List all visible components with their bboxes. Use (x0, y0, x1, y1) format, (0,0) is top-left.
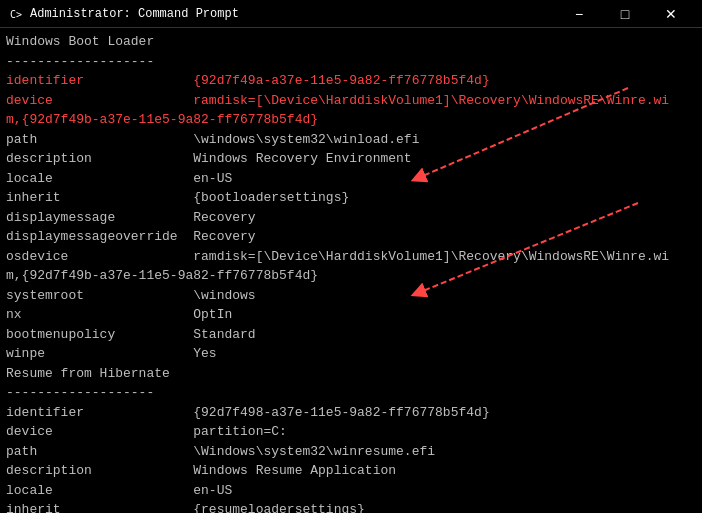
terminal-line: Resume from Hibernate (6, 364, 696, 384)
terminal-line: m,{92d7f49b-a37e-11e5-9a82-ff76778b5f4d} (6, 266, 696, 286)
terminal-line: identifier {92d7f498-a37e-11e5-9a82-ff76… (6, 403, 696, 423)
terminal-line: device partition=C: (6, 422, 696, 442)
terminal-lines: Windows Boot Loader-------------------id… (6, 32, 696, 513)
close-button[interactable]: ✕ (648, 0, 694, 28)
terminal-content: Windows Boot Loader-------------------id… (0, 28, 702, 513)
terminal-line: ------------------- (6, 383, 696, 403)
terminal-line: m,{92d7f49b-a37e-11e5-9a82-ff76778b5f4d} (6, 110, 696, 130)
terminal-line: ------------------- (6, 52, 696, 72)
terminal-line: Windows Boot Loader (6, 32, 696, 52)
terminal-line: description Windows Recovery Environment (6, 149, 696, 169)
terminal-line: locale en-US (6, 481, 696, 501)
terminal-line: displaymessageoverride Recovery (6, 227, 696, 247)
terminal-line: winpe Yes (6, 344, 696, 364)
svg-text:C>: C> (10, 9, 22, 20)
maximize-button[interactable]: □ (602, 0, 648, 28)
terminal-line: path \Windows\system32\winresume.efi (6, 442, 696, 462)
terminal-line: bootmenupolicy Standard (6, 325, 696, 345)
titlebar-controls: − □ ✕ (556, 0, 694, 28)
terminal-line: displaymessage Recovery (6, 208, 696, 228)
terminal-line: device ramdisk=[\Device\HarddiskVolume1]… (6, 91, 696, 111)
minimize-button[interactable]: − (556, 0, 602, 28)
terminal-line: osdevice ramdisk=[\Device\HarddiskVolume… (6, 247, 696, 267)
cmd-icon: C> (8, 6, 24, 22)
titlebar-left: C> Administrator: Command Prompt (8, 6, 239, 22)
terminal-line: identifier {92d7f49a-a37e-11e5-9a82-ff76… (6, 71, 696, 91)
terminal-line: description Windows Resume Application (6, 461, 696, 481)
terminal-line: systemroot \windows (6, 286, 696, 306)
terminal-line: locale en-US (6, 169, 696, 189)
window: C> Administrator: Command Prompt − □ ✕ W… (0, 0, 702, 513)
titlebar: C> Administrator: Command Prompt − □ ✕ (0, 0, 702, 28)
window-title: Administrator: Command Prompt (30, 7, 239, 21)
terminal-line: inherit {resumeloadersettings} (6, 500, 696, 513)
terminal-line: nx OptIn (6, 305, 696, 325)
terminal-line: inherit {bootloadersettings} (6, 188, 696, 208)
terminal-line: path \windows\system32\winload.efi (6, 130, 696, 150)
